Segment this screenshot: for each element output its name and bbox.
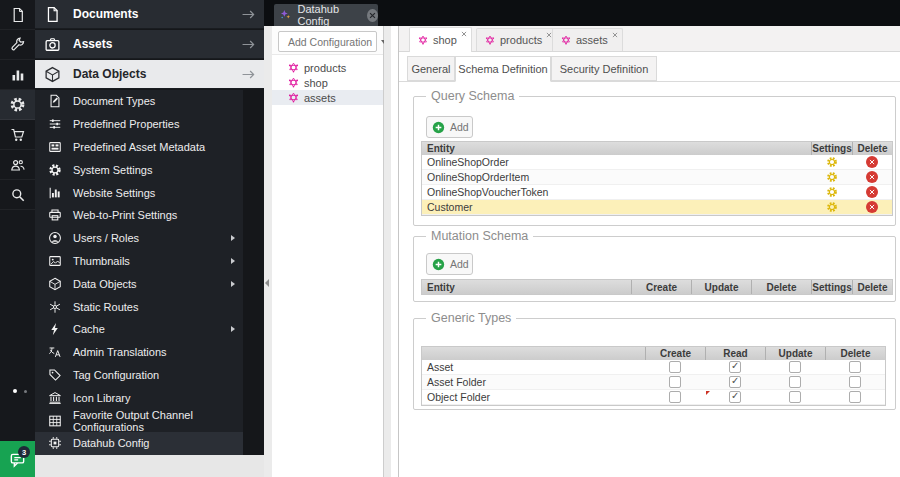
sparkle-icon — [280, 8, 292, 22]
menu-item-icon-library[interactable]: Icon Library — [35, 386, 243, 409]
settings-menu: Document Types Predefined Properties Pre… — [35, 90, 243, 455]
tab-datahub-config[interactable]: Datahub Config — [274, 4, 378, 26]
caret-right-icon — [231, 281, 235, 287]
users-icon[interactable] — [0, 150, 35, 180]
subtab-general[interactable]: General — [407, 56, 455, 81]
menu-item-predefined-properties[interactable]: Predefined Properties — [35, 113, 243, 136]
document-icon — [44, 6, 61, 23]
hexagram-icon — [561, 35, 571, 45]
menu-item-static-routes[interactable]: Static Routes — [35, 295, 243, 318]
menu-item-datahub-config[interactable]: Datahub Config — [35, 432, 243, 455]
settings-gear-icon[interactable] — [826, 171, 838, 183]
delete-icon[interactable] — [866, 201, 878, 213]
hexagram-icon — [288, 77, 299, 88]
collapse-arrow-icon[interactable] — [265, 279, 269, 287]
menu-item-predefined-asset-metadata[interactable]: Predefined Asset Metadata — [35, 136, 243, 159]
main-navigation-iconbar — [0, 0, 35, 477]
checkbox-asset-update[interactable] — [789, 361, 801, 373]
chat-badge: 3 — [18, 446, 30, 458]
accordion-item-data-objects[interactable]: Data Objects — [35, 60, 264, 89]
generic-types-fieldset: Generic Types Create Read Update Delete … — [413, 318, 896, 410]
table-row[interactable]: Asset — [422, 360, 885, 375]
config-tree-item-shop[interactable]: shop — [272, 75, 383, 90]
arrow-right-icon — [241, 9, 256, 20]
subtab-security-definition[interactable]: Security Definition — [551, 56, 657, 81]
checkbox-asset-folder-delete[interactable] — [849, 376, 861, 388]
search-icon[interactable] — [0, 180, 35, 210]
config-tree-item-assets[interactable]: assets — [272, 90, 383, 105]
menu-item-cache[interactable]: Cache — [35, 318, 243, 341]
checkbox-object-folder-delete[interactable] — [849, 391, 861, 403]
close-tab-icon[interactable] — [461, 31, 467, 37]
tab-assets[interactable]: assets — [552, 28, 623, 51]
close-tab-icon[interactable] — [612, 32, 618, 38]
query-schema-add-button[interactable]: Add — [426, 116, 473, 138]
sliders-icon — [48, 117, 62, 131]
table-row[interactable]: Asset Folder — [422, 375, 885, 390]
settings-gear-icon[interactable] — [826, 156, 838, 168]
checkbox-asset-folder-update[interactable] — [789, 376, 801, 388]
checkbox-object-folder-create[interactable] — [669, 391, 681, 403]
window-tab-bar: Datahub Config — [264, 0, 900, 26]
checkbox-asset-folder-create[interactable] — [669, 376, 681, 388]
user-circle-icon — [48, 231, 62, 245]
table-row[interactable]: OnlineShopVoucherToken — [422, 185, 892, 200]
grid-icon — [48, 414, 62, 428]
table-row-highlighted[interactable]: Customer — [422, 200, 892, 215]
menu-item-admin-translations[interactable]: Admin Translations — [35, 341, 243, 364]
settings-gear-icon[interactable] — [0, 90, 35, 120]
chat-button[interactable] — [0, 441, 35, 477]
close-tab-icon[interactable] — [367, 9, 378, 22]
tab-products[interactable]: products — [476, 28, 557, 51]
add-configuration-button[interactable]: Add Configuration — [278, 31, 377, 52]
checkbox-asset-folder-read[interactable] — [729, 376, 741, 388]
routes-icon — [48, 300, 62, 314]
delete-icon[interactable] — [866, 171, 878, 183]
table-header-row: Entity Create Update Delete Settings Del… — [422, 280, 892, 294]
reports-chart-icon[interactable] — [0, 60, 35, 90]
checkbox-asset-delete[interactable] — [849, 361, 861, 373]
checkbox-asset-read[interactable] — [729, 361, 741, 373]
table-row[interactable]: OnlineShopOrderItem — [422, 170, 892, 185]
menu-item-favorite-output-channel-configurations[interactable]: Favorite Output Channel Configurations — [35, 409, 243, 432]
tools-wrench-icon[interactable] — [0, 30, 35, 60]
hexagram-icon — [288, 92, 299, 103]
subtab-schema-definition[interactable]: Schema Definition — [455, 56, 551, 82]
menu-item-tag-configuration[interactable]: Tag Configuration — [35, 364, 243, 387]
panel-splitter[interactable] — [264, 26, 272, 477]
menu-item-system-settings[interactable]: System Settings — [35, 158, 243, 181]
ecommerce-cart-icon[interactable] — [0, 120, 35, 150]
menu-item-document-types[interactable]: Document Types — [35, 90, 243, 113]
menu-item-users-roles[interactable]: Users / Roles — [35, 227, 243, 250]
mutation-schema-add-button[interactable]: Add — [426, 253, 473, 275]
camera-icon — [44, 36, 61, 53]
definition-sub-tabs: General Schema Definition Security Defin… — [399, 56, 900, 82]
menu-item-web-to-print-settings[interactable]: Web-to-Print Settings — [35, 204, 243, 227]
caret-right-icon — [231, 235, 235, 241]
checkbox-object-folder-read[interactable] — [729, 391, 741, 403]
mutation-schema-table: Entity Create Update Delete Settings Del… — [421, 279, 893, 295]
fieldset-legend: Query Schema — [426, 89, 519, 103]
tab-shop[interactable]: shop — [409, 27, 472, 52]
settings-gear-icon[interactable] — [826, 201, 838, 213]
metadata-grid-icon — [48, 140, 62, 154]
menu-item-thumbnails[interactable]: Thumbnails — [35, 250, 243, 273]
main-content-panel: shop products assets General Schema Defi… — [384, 26, 900, 477]
main-content-inner: shop products assets General Schema Defi… — [398, 26, 900, 477]
table-row[interactable]: OnlineShopOrder — [422, 155, 892, 170]
hexagram-icon — [418, 35, 428, 45]
table-row[interactable]: Object Folder — [422, 390, 885, 405]
image-icon — [48, 254, 62, 268]
bank-icon — [48, 391, 62, 405]
settings-gear-icon[interactable] — [826, 186, 838, 198]
menu-item-data-objects[interactable]: Data Objects — [35, 272, 243, 295]
checkbox-asset-create[interactable] — [669, 361, 681, 373]
config-tree-item-products[interactable]: products — [272, 60, 383, 75]
menu-item-website-settings[interactable]: Website Settings — [35, 181, 243, 204]
accordion-item-assets[interactable]: Assets — [35, 30, 264, 59]
delete-icon[interactable] — [866, 186, 878, 198]
checkbox-object-folder-update[interactable] — [789, 391, 801, 403]
file-icon[interactable] — [0, 0, 35, 30]
accordion-item-documents[interactable]: Documents — [35, 0, 264, 29]
delete-icon[interactable] — [866, 156, 878, 168]
